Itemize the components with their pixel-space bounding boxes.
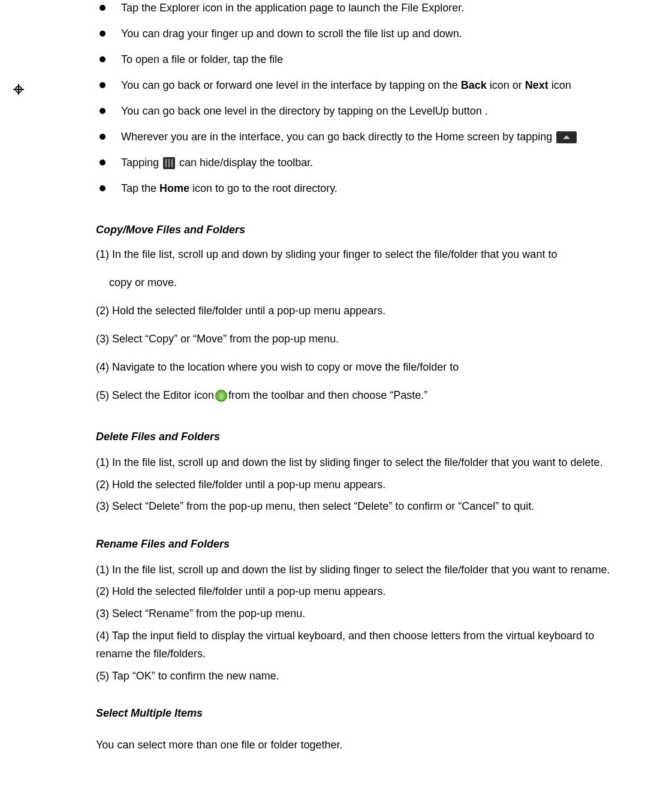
bullet-text-segment: Tapping xyxy=(121,157,162,169)
registration-mark-icon xyxy=(13,84,24,95)
bullet-list: Tap the Explorer icon in the application… xyxy=(96,0,627,197)
paragraph: (2) Hold the selected file/folder until … xyxy=(96,476,627,494)
paragraph: (4) Tap the input field to display the v… xyxy=(96,627,627,663)
section-title-select-multiple: Select Multiple Items xyxy=(96,705,627,721)
bullet-text-segment: You can go back or forward one level in … xyxy=(121,79,461,91)
bullet-text: To open a file or folder, tap the file xyxy=(121,53,283,65)
paragraph: You can select more than one file or fol… xyxy=(96,736,627,754)
bullet-text: You can drag your finger up and down to … xyxy=(121,28,462,40)
paragraph-segment: from the toolbar and then choose “Paste.… xyxy=(228,389,427,401)
editor-icon xyxy=(215,390,227,402)
paragraph: (1) In the file list, scroll up and down… xyxy=(96,246,627,263)
paragraph: (1) In the file list, scroll up and down… xyxy=(96,453,627,472)
list-item: You can drag your finger up and down to … xyxy=(96,26,627,42)
home-label: Home xyxy=(159,182,189,194)
bullet-text: Tap the Explorer icon in the application… xyxy=(121,2,464,14)
paragraph: (3) Select “Delete” from the pop-up menu… xyxy=(96,497,627,516)
list-item: Wherever you are in the interface, you c… xyxy=(96,129,627,145)
section-title-rename: Rename Files and Folders xyxy=(96,536,627,552)
paragraph: (2) Hold the selected file/folder until … xyxy=(96,582,627,601)
paragraph: (5) Select the Editor iconfrom the toolb… xyxy=(96,387,627,404)
bullet-text-segment: icon xyxy=(549,79,571,91)
list-item: To open a file or folder, tap the file xyxy=(96,52,627,68)
list-item: Tap the Home icon to go to the root dire… xyxy=(96,181,627,197)
bullet-text-segment: Tap the xyxy=(121,182,159,194)
section-title-copy-move: Copy/Move Files and Folders xyxy=(96,222,627,238)
bullet-text-segment: can hide/display the toolbar. xyxy=(179,157,313,169)
list-item: You can go back one level in the directo… xyxy=(96,103,627,119)
paragraph: (3) Select “Rename” from the pop-up menu… xyxy=(96,605,627,623)
back-label: Back xyxy=(461,79,487,91)
home-icon xyxy=(556,131,577,143)
paragraph: copy or move. xyxy=(96,275,627,291)
toolbar-toggle-icon xyxy=(163,157,175,169)
paragraph-segment: (5) Select the Editor icon xyxy=(96,389,214,401)
bullet-text-segment: Wherever you are in the interface, you c… xyxy=(121,131,555,143)
paragraph: (2) Hold the selected file/folder until … xyxy=(96,303,627,319)
paragraph: (3) Select “Copy” or “Move” from the pop… xyxy=(96,331,627,347)
bullet-text-segment: icon to go to the root directory. xyxy=(189,182,337,194)
next-label: Next xyxy=(525,79,549,91)
bullet-text-segment: icon or xyxy=(487,79,525,91)
list-item: Tapping can hide/display the toolbar. xyxy=(96,155,627,171)
paragraph: (1) In the file list, scroll up and down… xyxy=(96,561,627,579)
bullet-text: You can go back one level in the directo… xyxy=(121,105,488,117)
section-title-delete: Delete Files and Folders xyxy=(96,429,627,445)
paragraph: (5) Tap “OK” to confirm the new name. xyxy=(96,667,627,685)
paragraph: (4) Navigate to the location where you w… xyxy=(96,359,627,375)
list-item: Tap the Explorer icon in the application… xyxy=(96,0,627,16)
document-page: Tap the Explorer icon in the application… xyxy=(0,0,663,812)
list-item: You can go back or forward one level in … xyxy=(96,77,627,94)
